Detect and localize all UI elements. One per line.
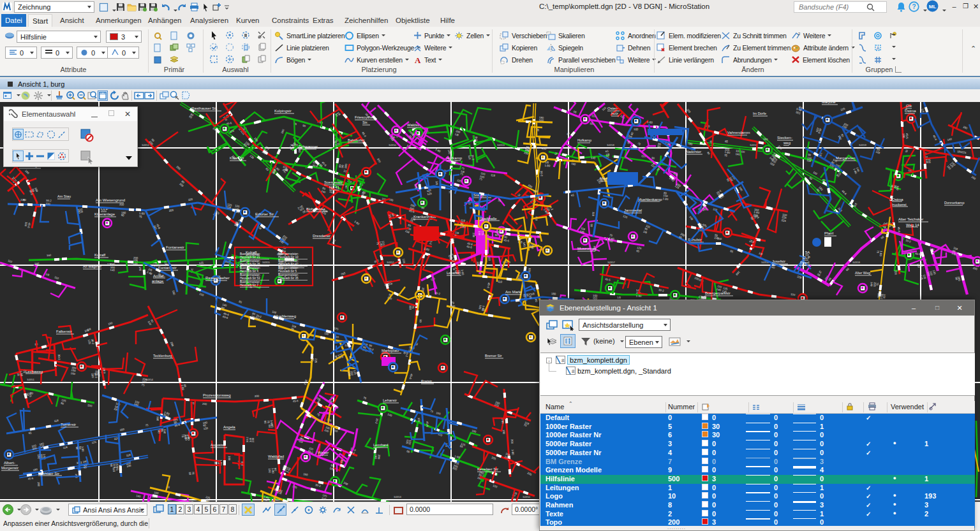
svg-text:Im Dorfe: Im Dorfe: [753, 112, 766, 115]
svg-text:80: 80: [298, 149, 301, 153]
svg-text:8: 8: [561, 358, 565, 363]
svg-text:Margareten: Margareten: [836, 156, 856, 160]
svg-text:Angela: Angela: [223, 425, 235, 429]
svg-text:Soestenstr: Soestenstr: [324, 180, 343, 184]
svg-text:110: 110: [498, 280, 503, 284]
svg-text:Muehlenkamp: Muehlenkamp: [638, 198, 662, 201]
svg-text:Hofkamp: Hofkamp: [447, 156, 463, 160]
svg-text:A: A: [415, 55, 421, 64]
svg-text:Pfarrl: Pfarrl: [800, 261, 809, 265]
svg-text:110: 110: [46, 202, 51, 205]
svg-text:Prozessionsweg: Prozessionsweg: [203, 393, 231, 397]
svg-text:Heustadt-Str 4: Heustadt-Str 4: [240, 270, 259, 273]
svg-text:34355: 34355: [262, 261, 271, 264]
svg-text:Erfurter Str: Erfurter Str: [255, 212, 274, 216]
svg-text:CLP: CLP: [699, 295, 706, 299]
svg-text:140: 140: [374, 454, 378, 459]
svg-text:Albert-: Albert-: [4, 461, 15, 465]
svg-text:45-6: 45-6: [293, 399, 299, 403]
svg-text:Heustadt-Str 10: Heustadt-Str 10: [278, 256, 299, 259]
svg-text:Leharstr: Leharstr: [447, 271, 459, 275]
svg-text:34350: 34350: [523, 495, 531, 498]
svg-text:Vechtaer Str: Vechtaer Str: [38, 472, 59, 476]
svg-text:Stecken-: Stecken-: [777, 136, 792, 140]
svg-text:160: 160: [634, 127, 639, 131]
svg-text:125: 125: [107, 263, 112, 266]
svg-text:Donnerkamp: Donnerkamp: [944, 201, 965, 205]
svg-text:Marjorie: Marjorie: [822, 102, 836, 104]
svg-text:Alter Weg: Alter Weg: [855, 271, 870, 275]
svg-text:Ostma: Ostma: [905, 109, 916, 113]
svg-text:125: 125: [199, 261, 204, 265]
svg-text:CLP: CLP: [803, 256, 810, 259]
svg-text:75: 75: [181, 434, 184, 438]
svg-text:100: 100: [539, 119, 544, 122]
svg-text:Ostma: Ostma: [892, 198, 903, 201]
svg-text:5A: 5A: [805, 251, 810, 254]
svg-text:1/8: 1/8: [617, 296, 621, 300]
svg-text:Josefstr: Josefstr: [772, 259, 785, 263]
svg-text:Dresdener: Dresdener: [313, 234, 330, 238]
svg-text:Friesoyther: Friesoyther: [355, 115, 374, 119]
svg-text:Buergerparkstr: Buergerparkstr: [705, 291, 731, 295]
svg-text:Poststr: Poststr: [421, 379, 432, 383]
svg-text:Stadthalle: Stadthalle: [480, 217, 497, 221]
svg-text:Kulraff: Kulraff: [94, 253, 106, 257]
svg-text:1-80: 1-80: [647, 120, 653, 124]
svg-text:Weser: Weser: [318, 451, 329, 455]
svg-text:Heustadt-Str 35: Heustadt-Str 35: [278, 277, 299, 280]
svg-text:Falkenstr: Falkenstr: [56, 330, 72, 333]
svg-text:Am Wiesengrund: Am Wiesengrund: [96, 198, 125, 202]
svg-text:100: 100: [902, 133, 905, 138]
svg-text:180: 180: [156, 416, 160, 421]
svg-text:Heustadt-Str 26: Heustadt-Str 26: [240, 263, 260, 266]
svg-text:Hofkamp: Hofkamp: [577, 138, 591, 142]
svg-text:140: 140: [870, 282, 873, 287]
svg-text:Heustadt-Str 7: Heustadt-Str 7: [240, 284, 259, 287]
svg-text:Heustadt-Str 42: Heustadt-Str 42: [278, 263, 299, 266]
svg-text:Fontanestr: Fontanestr: [158, 266, 177, 270]
svg-text:Heustadt-Str 5: Heustadt-Str 5: [278, 270, 297, 273]
svg-text:180: 180: [228, 456, 231, 461]
svg-text:Bloherfelder: Bloherfelder: [306, 207, 325, 211]
svg-text:Morgenstr: Morgenstr: [1, 466, 19, 470]
svg-text:Kolpingstr: Kolpingstr: [274, 109, 292, 113]
svg-text:Str.: Str.: [362, 120, 368, 124]
svg-text:holz: holz: [611, 112, 618, 115]
svg-text:Rasthauser Str.: Rasthauser Str.: [191, 106, 218, 110]
svg-text:140: 140: [523, 242, 526, 247]
svg-text:1-80: 1-80: [636, 295, 642, 298]
svg-text:34350: 34350: [389, 143, 397, 147]
svg-text:1-80: 1-80: [511, 449, 515, 456]
svg-text:1/8: 1/8: [435, 181, 438, 185]
svg-text:34358: 34358: [607, 143, 615, 147]
svg-text:8: 8: [572, 368, 575, 374]
svg-text:Turnerstr: Turnerstr: [61, 423, 76, 426]
svg-text:Nadorster: Nadorster: [686, 150, 701, 154]
svg-text:118: 118: [491, 173, 496, 177]
svg-text:Am Stau: Am Stau: [57, 194, 71, 198]
svg-text:34359: 34359: [859, 143, 867, 147]
svg-text:ML: ML: [929, 4, 937, 10]
svg-text:90: 90: [110, 463, 113, 467]
svg-text:140: 140: [591, 156, 596, 160]
svg-text:An Wagerer: An Wagerer: [83, 265, 101, 268]
svg-text:Heustadt-Str 21: Heustadt-Str 21: [240, 256, 260, 259]
svg-text:30-2: 30-2: [57, 354, 61, 360]
svg-text:140: 140: [110, 268, 115, 272]
svg-text:160: 160: [37, 482, 41, 487]
svg-text:34351: 34351: [27, 378, 35, 381]
svg-text:A: A: [876, 46, 879, 50]
svg-text:150: 150: [268, 468, 272, 473]
svg-text:150: 150: [37, 454, 41, 459]
svg-text:34359: 34359: [852, 261, 861, 264]
svg-text:200: 200: [877, 293, 880, 298]
svg-text:160: 160: [47, 254, 52, 257]
svg-text:Vahrendamm: Vahrendamm: [727, 131, 750, 135]
svg-text:140: 140: [925, 159, 929, 164]
svg-text:Lechaweg: Lechaweg: [26, 370, 43, 374]
svg-text:200: 200: [510, 439, 514, 444]
svg-text:Tecklenburg: Tecklenburg: [153, 354, 172, 358]
svg-text:Schwanner: Schwanner: [299, 145, 318, 149]
svg-text:Muehlenweg: Muehlenweg: [274, 314, 296, 318]
